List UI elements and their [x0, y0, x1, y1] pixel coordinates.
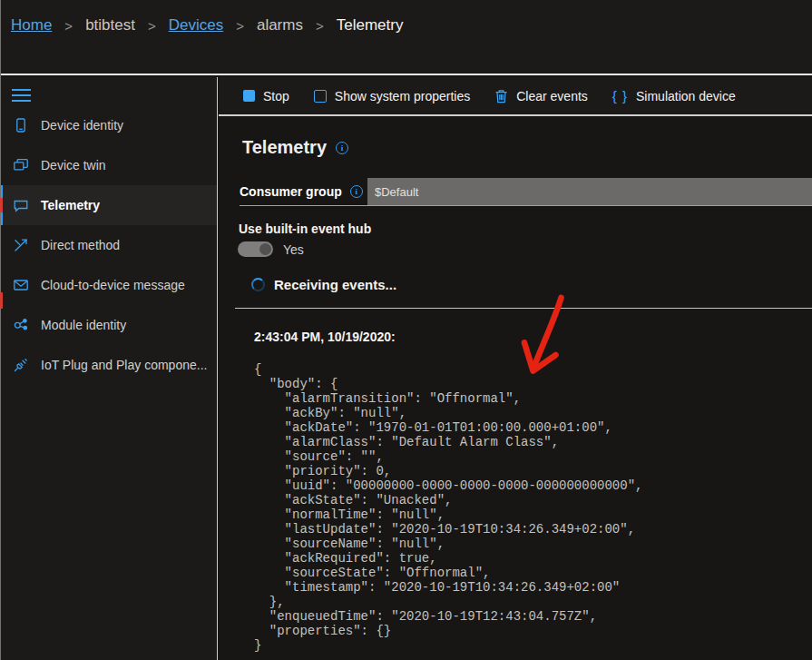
sidebar-item-device-identity[interactable]: Device identity	[0, 105, 217, 145]
stop-button[interactable]: Stop	[243, 89, 289, 103]
checkbox-icon	[314, 90, 327, 103]
device-identity-icon	[13, 117, 29, 133]
sidebar-item-label: Module identity	[41, 318, 126, 332]
red-mark-artifact	[0, 198, 3, 212]
sidebar-item-label: IoT Plug and Play compone...	[41, 358, 207, 372]
stop-label: Stop	[263, 89, 289, 103]
info-icon[interactable]: i	[350, 185, 363, 198]
sidebar-item-label: Cloud-to-device message	[41, 278, 185, 292]
consumer-group-input[interactable]: $Default	[367, 178, 812, 205]
sidebar-item-label: Device identity	[41, 118, 123, 133]
device-telemetry-page: Home > btibtest > Devices > alarms > Tel…	[0, 0, 812, 660]
sidebar-item-device-twin[interactable]: Device twin	[0, 145, 217, 185]
consumer-group-label-cell: Consumer group i	[240, 178, 367, 205]
page-title: Telemetry	[242, 137, 327, 158]
sidebar-item-label: Telemetry	[41, 198, 100, 212]
info-icon[interactable]: i	[336, 142, 348, 154]
breadcrumb-separator: >	[236, 18, 244, 34]
direct-method-icon	[13, 237, 29, 253]
breadcrumb-devices-link[interactable]: Devices	[169, 16, 223, 34]
clear-events-button[interactable]: Clear events	[494, 89, 588, 103]
simulation-device-button[interactable]: { } Simulation device	[612, 88, 736, 103]
red-mark-artifact	[0, 292, 3, 309]
breadcrumb-separator: >	[316, 18, 324, 34]
spinner-icon	[251, 278, 265, 291]
sidebar-item-label: Device twin	[41, 158, 106, 172]
sidebar-item-module-identity[interactable]: Module identity	[0, 305, 217, 345]
breadcrumb-hub-name: btibtest	[85, 16, 135, 34]
event-json-body: { "body": { "alarmTransition": "Offnorma…	[254, 362, 642, 653]
window-edge-line	[0, 0, 1, 660]
top-header: Home > btibtest > Devices > alarms > Tel…	[0, 0, 812, 75]
breadcrumb-device-name: alarms	[257, 16, 303, 34]
module-identity-icon	[13, 317, 29, 333]
breadcrumb-home-link[interactable]: Home	[11, 16, 52, 34]
toggle-value-label: Yes	[283, 242, 304, 257]
sidebar-nav: Device identity Device twin Telemetry	[0, 105, 217, 385]
separator-line	[235, 308, 812, 309]
show-system-properties-label: Show system properties	[335, 89, 470, 103]
event-timestamp: 2:43:04 PM, 10/19/2020:	[254, 330, 396, 344]
telemetry-icon	[13, 197, 29, 213]
cloud-to-device-icon	[13, 277, 29, 293]
stop-icon	[243, 90, 255, 102]
toggle-knob-icon	[259, 243, 271, 255]
consumer-group-label: Consumer group	[240, 184, 342, 199]
device-twin-icon	[13, 157, 29, 173]
consumer-group-row: Consumer group i $Default	[240, 178, 812, 206]
title-row: Telemetry i	[242, 137, 348, 158]
sidebar-item-label: Direct method	[41, 238, 120, 252]
sidebar-item-iot-plug-and-play[interactable]: IoT Plug and Play compone...	[0, 345, 217, 385]
receiving-status-text: Receiving events...	[274, 277, 396, 292]
sidebar-item-cloud-to-device[interactable]: Cloud-to-device message	[0, 265, 217, 305]
sidebar-item-telemetry[interactable]: Telemetry	[0, 185, 217, 225]
breadcrumb-separator: >	[148, 18, 156, 34]
sidebar: Device identity Device twin Telemetry	[0, 77, 218, 660]
breadcrumb: Home > btibtest > Devices > alarms > Tel…	[0, 0, 812, 34]
breadcrumb-current-page: Telemetry	[337, 16, 404, 34]
clear-events-label: Clear events	[516, 89, 588, 103]
breadcrumb-separator: >	[64, 18, 73, 34]
simulation-device-label: Simulation device	[636, 89, 736, 103]
sidebar-item-direct-method[interactable]: Direct method	[0, 225, 217, 265]
main-panel: Stop Show system properties Clear events…	[219, 77, 812, 660]
event-hub-toggle[interactable]	[238, 241, 273, 257]
iot-plug-and-play-icon	[13, 357, 29, 373]
event-hub-label: Use built-in event hub	[239, 222, 371, 236]
braces-icon: { }	[612, 88, 628, 103]
receiving-status-row: Receiving events...	[251, 277, 396, 292]
toolbar: Stop Show system properties Clear events…	[219, 77, 812, 116]
show-system-properties-checkbox[interactable]: Show system properties	[314, 89, 470, 103]
menu-icon[interactable]	[12, 85, 34, 103]
event-hub-toggle-row: Yes	[238, 241, 304, 257]
trash-icon	[494, 89, 508, 103]
